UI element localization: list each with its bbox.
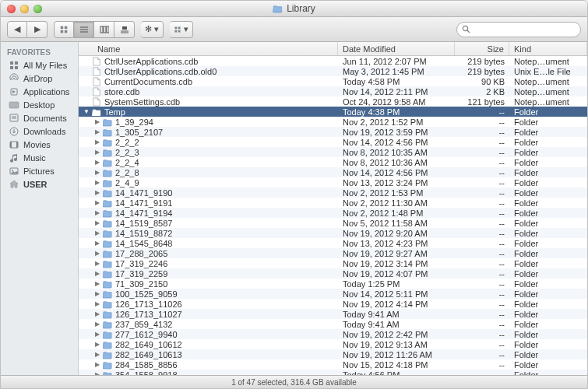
- search-field[interactable]: [456, 22, 581, 37]
- file-row[interactable]: ▶ 14_1471_9190 Nov 2, 2012 1:53 PM -- Fo…: [79, 187, 587, 198]
- disclosure-triangle[interactable]: ▶: [94, 251, 100, 257]
- file-row[interactable]: SystemSettings.cdb Oct 24, 2012 9:58 AM …: [79, 96, 587, 107]
- sidebar-item-label: Documents: [23, 114, 67, 123]
- disclosure-triangle[interactable]: ▶: [94, 129, 100, 135]
- sidebar-item-all-my-files[interactable]: All My Files: [1, 58, 78, 72]
- sidebar-item-pictures[interactable]: Pictures: [1, 164, 78, 177]
- disclosure-triangle[interactable]: [83, 58, 90, 65]
- file-date: Nov 19, 2012 2:42 PM: [338, 330, 455, 339]
- disclosure-triangle[interactable]: ▶: [94, 321, 100, 328]
- disclosure-triangle[interactable]: ▶: [94, 311, 100, 317]
- coverflow-view-button[interactable]: [114, 21, 135, 38]
- file-row[interactable]: ▶ 126_1713_11026 Nov 19, 2012 4:14 PM --…: [79, 299, 587, 309]
- disclosure-triangle[interactable]: [83, 89, 90, 95]
- disclosure-triangle[interactable]: ▶: [94, 180, 100, 186]
- disclosure-triangle[interactable]: ▶: [94, 210, 100, 216]
- forward-button[interactable]: ▶: [27, 21, 48, 38]
- app-ic-icon: [9, 86, 19, 96]
- disclosure-triangle[interactable]: ▼: [83, 109, 90, 115]
- disclosure-triangle[interactable]: [83, 68, 90, 75]
- file-size: --: [455, 259, 509, 268]
- status-bar: 1 of 47 selected, 316.4 GB available: [1, 375, 587, 388]
- file-list[interactable]: CtrlUserApplications.cdb Jun 11, 2012 2:…: [79, 56, 587, 375]
- file-name: Temp: [104, 107, 125, 117]
- sidebar-item-documents[interactable]: Documents: [1, 111, 78, 124]
- zoom-button[interactable]: [33, 5, 42, 13]
- minimize-button[interactable]: [20, 5, 29, 13]
- header-name[interactable]: Name: [79, 42, 338, 55]
- disclosure-triangle[interactable]: ▶: [94, 291, 100, 297]
- file-row[interactable]: ▶ 2_2_4 Nov 8, 2012 10:36 AM -- Folder: [79, 157, 587, 167]
- file-row[interactable]: ▶ 14_1519_8587 Nov 5, 2012 11:58 AM -- F…: [79, 218, 587, 228]
- back-button[interactable]: ◀: [7, 21, 27, 38]
- file-row[interactable]: ▶ 14_1519_8872 Nov 19, 2012 9:20 AM -- F…: [79, 228, 587, 238]
- disclosure-triangle[interactable]: ▶: [94, 362, 100, 368]
- file-row[interactable]: ▶ 71_309_2150 Today 1:25 PM -- Folder: [79, 279, 587, 289]
- disclosure-triangle[interactable]: ▶: [94, 149, 100, 156]
- disclosure-triangle[interactable]: ▶: [94, 159, 100, 166]
- file-row[interactable]: ▶ 17_319_2246 Nov 19, 2012 3:14 PM -- Fo…: [79, 258, 587, 268]
- file-row[interactable]: ▶ 237_859_4132 Today 9:41 AM -- Folder: [79, 319, 587, 329]
- disclosure-triangle[interactable]: ▶: [94, 240, 100, 247]
- sidebar-item-downloads[interactable]: Downloads: [1, 124, 78, 138]
- file-row[interactable]: ▶ 1_305_2107 Nov 19, 2012 3:59 PM -- Fol…: [79, 127, 587, 137]
- column-headers: Name Date Modified Size Kind: [79, 42, 587, 56]
- sidebar-item-desktop[interactable]: Desktop: [1, 98, 78, 111]
- file-row[interactable]: ▶ 282_1649_10612 Nov 19, 2012 9:13 AM --…: [79, 339, 587, 349]
- file-row[interactable]: ▶ 284_1585_8856 Nov 15, 2012 4:18 PM -- …: [79, 359, 587, 370]
- file-row[interactable]: ▶ 17_288_2065 Nov 19, 2012 9:27 AM -- Fo…: [79, 248, 587, 258]
- disclosure-triangle[interactable]: ▶: [94, 342, 100, 348]
- title-bar[interactable]: Library: [1, 1, 587, 17]
- header-kind[interactable]: Kind: [509, 42, 587, 55]
- file-row[interactable]: store.cdb Nov 14, 2012 2:11 PM 2 KB Note…: [79, 86, 587, 96]
- disclosure-triangle[interactable]: ▶: [94, 170, 100, 176]
- disclosure-triangle[interactable]: ▶: [94, 220, 100, 226]
- sidebar-item-movies[interactable]: Movies: [1, 138, 78, 151]
- disclosure-triangle[interactable]: ▶: [94, 301, 100, 307]
- action-menu-button[interactable]: ✻ ▾: [141, 21, 164, 38]
- file-row[interactable]: ▶ 2_2_2 Nov 14, 2012 4:56 PM -- Folder: [79, 137, 587, 147]
- disclosure-triangle[interactable]: ▶: [94, 352, 100, 358]
- disclosure-triangle[interactable]: ▶: [94, 119, 100, 125]
- arrange-menu-button[interactable]: ▾: [170, 21, 193, 38]
- file-row[interactable]: ▶ 277_1612_9940 Nov 19, 2012 2:42 PM -- …: [79, 329, 587, 339]
- file-row[interactable]: ▶ 14_1471_9191 Nov 2, 2012 11:30 AM -- F…: [79, 198, 587, 208]
- disclosure-triangle[interactable]: ▶: [94, 230, 100, 237]
- column-view-button[interactable]: [94, 21, 114, 38]
- header-size[interactable]: Size: [455, 42, 509, 55]
- header-date[interactable]: Date Modified: [338, 42, 455, 55]
- file-name: 284_1585_8856: [115, 360, 178, 370]
- file-row[interactable]: ▶ 282_1649_10613 Nov 19, 2012 11:26 AM -…: [79, 349, 587, 359]
- file-row[interactable]: ▶ 2_2_3 Nov 8, 2012 10:35 AM -- Folder: [79, 147, 587, 157]
- sidebar-item-applications[interactable]: Applications: [1, 85, 78, 98]
- sidebar-item-music[interactable]: Music: [1, 151, 78, 164]
- disclosure-triangle[interactable]: ▶: [94, 271, 100, 277]
- disclosure-triangle[interactable]: ▶: [94, 281, 100, 287]
- file-row[interactable]: CurrentDocuments.cdb Today 4:58 PM 90 KB…: [79, 76, 587, 86]
- file-row[interactable]: ▶ 354_1558_9918 Today 4:56 PM -- Folder: [79, 370, 587, 375]
- disclosure-triangle[interactable]: ▶: [94, 139, 100, 145]
- file-row[interactable]: ▶ 126_1713_11027 Today 9:41 AM -- Folder: [79, 309, 587, 319]
- sidebar-item-user[interactable]: USER: [1, 177, 78, 191]
- disclosure-triangle[interactable]: ▶: [94, 200, 100, 206]
- icon-view-button[interactable]: [54, 21, 74, 38]
- list-view-button[interactable]: [74, 21, 94, 38]
- disclosure-triangle[interactable]: ▶: [94, 331, 100, 338]
- disclosure-triangle[interactable]: [83, 99, 90, 105]
- file-row[interactable]: CtrlUserApplications.cdb Jun 11, 2012 2:…: [79, 56, 587, 66]
- file-row[interactable]: ▶ 1_39_294 Nov 2, 2012 1:52 PM -- Folder: [79, 117, 587, 127]
- file-row[interactable]: ▶ 17_319_2259 Nov 19, 2012 4:07 PM -- Fo…: [79, 268, 587, 279]
- file-row[interactable]: ▶ 14_1545_8648 Nov 13, 2012 4:23 PM -- F…: [79, 238, 587, 248]
- file-row[interactable]: ▶ 14_1471_9194 Nov 2, 2012 1:48 PM -- Fo…: [79, 208, 587, 218]
- file-row[interactable]: ▼ Temp Today 4:38 PM -- Folder: [79, 107, 587, 117]
- file-row[interactable]: CtrlUserApplications.cdb.old0 May 3, 201…: [79, 66, 587, 76]
- close-button[interactable]: [7, 5, 16, 13]
- file-row[interactable]: ▶ 2_4_9 Nov 13, 2012 3:24 PM -- Folder: [79, 177, 587, 187]
- file-size: --: [455, 168, 509, 177]
- disclosure-triangle[interactable]: [83, 79, 90, 85]
- disclosure-triangle[interactable]: ▶: [94, 190, 100, 196]
- disclosure-triangle[interactable]: ▶: [94, 261, 100, 267]
- file-row[interactable]: ▶ 2_2_8 Nov 14, 2012 4:56 PM -- Folder: [79, 167, 587, 177]
- sidebar-item-airdrop[interactable]: AirDrop: [1, 72, 78, 85]
- file-row[interactable]: ▶ 100_1525_9059 Nov 14, 2012 5:11 PM -- …: [79, 289, 587, 299]
